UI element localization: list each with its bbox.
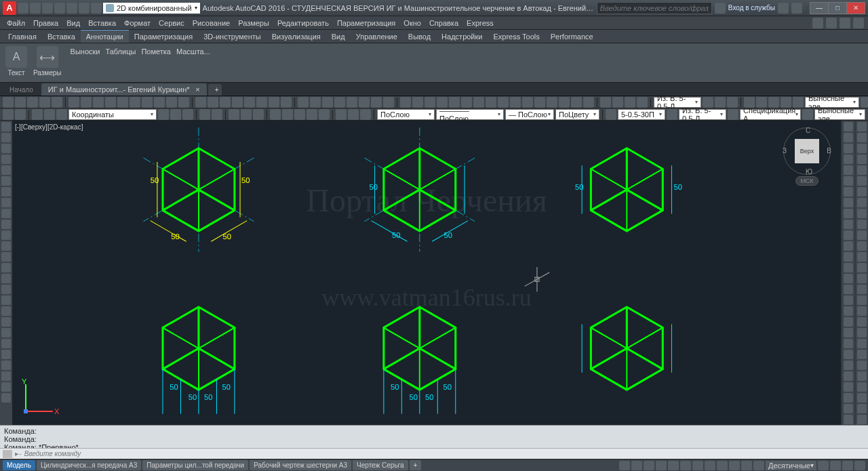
toolbar-icon[interactable] (220, 97, 231, 108)
toolbar-icon[interactable] (359, 97, 370, 108)
toolbar-icon[interactable] (857, 176, 867, 186)
toolbar-icon[interactable] (400, 97, 411, 108)
toolbar-icon[interactable] (844, 328, 853, 337)
toolbar-icon[interactable] (105, 97, 116, 108)
toolbar-icon[interactable] (1, 371, 11, 381)
toolbar-icon[interactable] (1, 165, 11, 175)
menu-format[interactable]: Формат (120, 18, 155, 28)
status-icon[interactable] (818, 461, 829, 470)
toolbar-icon[interactable] (844, 176, 853, 186)
toolbar-icon[interactable] (844, 350, 853, 359)
ribbon-tab[interactable]: Вид (326, 30, 351, 43)
ribbon-tab[interactable]: Вывод (403, 30, 436, 43)
toolbar-icon[interactable] (857, 198, 867, 207)
toolbar-icon[interactable] (244, 97, 255, 108)
toolbar-icon[interactable] (336, 109, 347, 120)
toolbar-icon[interactable] (844, 198, 853, 207)
menu-file[interactable]: Файл (3, 18, 29, 28)
status-icon[interactable] (729, 461, 740, 470)
toolbar-icon[interactable] (744, 97, 755, 108)
status-icon[interactable] (680, 461, 691, 470)
toolbar-icon[interactable] (606, 109, 616, 120)
toolbar-icon[interactable] (768, 97, 779, 108)
drawing-area[interactable]: [-][Сверху][2D-каркас] Портал Черчения w… (12, 121, 841, 425)
toolbar-icon[interactable] (844, 165, 853, 175)
units-combo[interactable]: Десятичные ▾ (766, 461, 816, 470)
layout-tab[interactable]: Чертеж Серьга (353, 460, 408, 470)
toolbar-icon[interactable] (425, 97, 435, 108)
menu-dim[interactable]: Размеры (234, 18, 273, 28)
status-icon[interactable] (631, 461, 642, 470)
toolbar-icon[interactable] (844, 371, 853, 381)
status-icon[interactable] (692, 461, 703, 470)
toolbar-icon[interactable] (844, 263, 853, 272)
toolbar-icon[interactable] (1, 274, 11, 283)
autocad-logo[interactable]: A (3, 1, 16, 15)
signin-link[interactable]: Вход в службы (728, 4, 775, 12)
toolbar-icon[interactable] (802, 109, 813, 120)
toolbar-icon[interactable] (44, 109, 55, 120)
toolbar-icon[interactable] (170, 109, 181, 120)
toolbar-icon[interactable] (229, 109, 239, 120)
toolbar-icon[interactable] (1, 317, 11, 327)
layout-tab[interactable]: Цилиндрическ...я передача А3 (37, 460, 141, 470)
toolbar-icon[interactable] (1, 285, 11, 294)
toolbar-icon[interactable] (534, 97, 545, 108)
toolbar-icon[interactable] (117, 97, 128, 108)
drawing-canvas[interactable]: 50 50 50 50 50 50 50 (12, 121, 841, 425)
toolbar-icon[interactable] (1, 209, 11, 218)
menu-help[interactable]: Справка (425, 18, 462, 28)
toolbar-icon[interactable] (269, 97, 279, 108)
toolbar-icon[interactable] (130, 97, 140, 108)
toolbar-icon[interactable] (52, 97, 62, 108)
status-icon[interactable] (705, 461, 715, 470)
status-icon[interactable] (717, 461, 728, 470)
toolbar-icon[interactable] (728, 109, 738, 120)
toolbar-icon[interactable] (844, 306, 853, 316)
toolbar-icon[interactable] (1, 144, 11, 153)
toolbar-icon[interactable] (612, 97, 623, 108)
toolbar-icon[interactable] (857, 220, 867, 229)
toolbar-icon[interactable] (857, 317, 867, 327)
toolbar-icon[interactable] (15, 97, 26, 108)
toolbar-icon[interactable] (39, 97, 50, 108)
ribbon-tab[interactable]: Performance (545, 30, 599, 43)
menu-express[interactable]: Express (462, 18, 498, 28)
toolbar-icon[interactable] (347, 97, 357, 108)
toolbar-icon[interactable] (844, 209, 853, 218)
toolbar-icon[interactable] (158, 109, 169, 120)
toolbar-icon[interactable] (844, 187, 853, 197)
toolbar-icon[interactable] (857, 230, 867, 240)
ribbon-tab[interactable]: Параметризация (129, 30, 198, 43)
toolbar-icon[interactable] (781, 97, 791, 108)
toolbar-icon[interactable] (232, 97, 243, 108)
toolbar-icon[interactable] (319, 109, 330, 120)
toolbar-combo[interactable]: ПоСлою▾ (377, 109, 435, 120)
ribbon-tab[interactable]: Express Tools (488, 30, 545, 43)
toolbar-icon[interactable] (15, 109, 26, 120)
save-icon[interactable] (42, 3, 53, 14)
toolbar-icon[interactable] (559, 97, 570, 108)
toolbar-icon[interactable] (844, 133, 853, 142)
menu-draw[interactable]: Рисование (189, 18, 234, 28)
ribbon-tab[interactable]: Управление (351, 30, 403, 43)
exchange-icon[interactable] (778, 3, 789, 14)
new-tab-button[interactable]: + (208, 84, 222, 96)
toolbar-combo[interactable]: ПоЦвету▾ (555, 109, 599, 120)
toolbar-icon[interactable] (857, 274, 867, 283)
menu-window[interactable]: Окно (399, 18, 425, 28)
viewcube[interactable]: С Ю З В Верх МСК (780, 127, 834, 188)
redo-icon[interactable] (91, 3, 102, 14)
toolbar-icon[interactable] (253, 109, 264, 120)
toolbar-icon[interactable] (857, 295, 867, 305)
toolbar-combo[interactable]: Спецификация А▾ (740, 109, 801, 120)
status-icon[interactable] (741, 461, 752, 470)
toolbar-icon[interactable] (857, 122, 867, 131)
toolbar-icon[interactable] (3, 109, 14, 120)
dimension-icon[interactable]: ⟷ (37, 46, 58, 68)
toolbar-icon[interactable] (307, 109, 317, 120)
ribbon-tab[interactable]: 3D-инструменты (198, 30, 267, 43)
toolbar-combo[interactable]: ———— ПоСлою▾ (436, 109, 504, 120)
toolbar-icon[interactable] (166, 97, 177, 108)
close-button[interactable]: ✕ (846, 2, 865, 14)
